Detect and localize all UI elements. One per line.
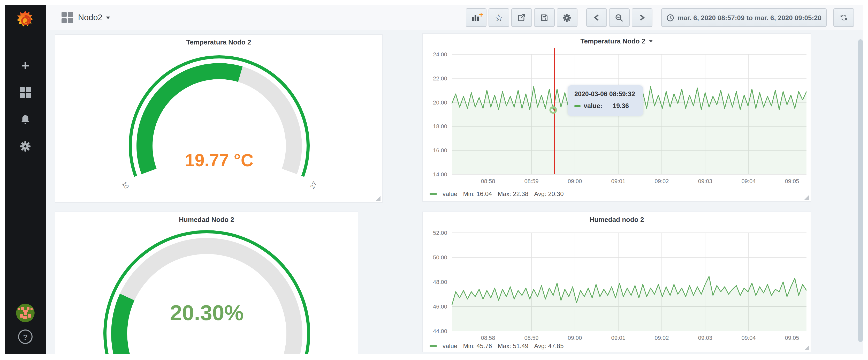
legend-series-name[interactable]: value (442, 190, 457, 198)
time-range-picker[interactable]: mar. 6, 2020 08:57:09 to mar. 6, 2020 09… (661, 8, 827, 27)
plus-badge-icon: + (479, 11, 483, 18)
dashboard-settings-button[interactable] (557, 8, 578, 27)
help-icon[interactable]: ? (18, 329, 33, 344)
create-plus-icon[interactable]: + (19, 59, 32, 72)
panel-menu-caret-icon[interactable] (649, 40, 653, 42)
panel-humedad-graph[interactable]: Humedad nodo 2 44.0046.0048.0050.0052.00… (422, 212, 811, 352)
star-dashboard-button[interactable]: ☆ (489, 8, 509, 27)
chevron-left-icon (593, 14, 600, 21)
svg-text:08:58: 08:58 (481, 178, 495, 184)
svg-text:08:59: 08:59 (524, 335, 538, 341)
panel-title[interactable]: Temperatura Nodo 2 (55, 35, 382, 46)
add-panel-button[interactable]: + (466, 8, 487, 27)
zoom-out-button[interactable] (609, 8, 630, 27)
sidebar: + (5, 5, 46, 354)
svg-text:24.00: 24.00 (433, 51, 447, 58)
dashboard-title: Nodo2 (78, 13, 102, 22)
svg-text:44.00: 44.00 (433, 328, 447, 334)
tooltip-value: 19.36 (613, 102, 629, 110)
svg-text:46.00: 46.00 (433, 303, 447, 310)
grafana-logo-icon[interactable] (14, 9, 37, 32)
main-area: Nodo2 + ☆ (46, 5, 863, 354)
svg-text:08:58: 08:58 (481, 335, 495, 341)
svg-text:09:03: 09:03 (698, 335, 712, 341)
chart-tooltip: 2020-03-06 08:59:32 value: 19.36 (568, 85, 643, 116)
alerting-bell-icon[interactable] (19, 113, 32, 126)
time-forward-button[interactable] (632, 8, 652, 27)
star-icon: ☆ (494, 13, 503, 23)
svg-text:22.00: 22.00 (433, 75, 447, 82)
panel-title[interactable]: Temperatura Nodo 2 (423, 34, 811, 45)
svg-text:08:59: 08:59 (524, 178, 538, 184)
svg-text:09:05: 09:05 (785, 178, 799, 184)
svg-text:09:04: 09:04 (741, 335, 755, 341)
panel-title[interactable]: Humedad Nodo 2 (55, 212, 358, 223)
chevron-right-icon (639, 14, 645, 21)
tooltip-timestamp: 2020-03-06 08:59:32 (575, 91, 635, 98)
legend-min: Min: 45.76 (463, 342, 492, 350)
gauge-value: 19.77 °C (185, 150, 253, 171)
svg-text:09:02: 09:02 (654, 178, 669, 184)
app-frame: + (5, 5, 863, 354)
panel-temperatura-gauge[interactable]: Temperatura Nodo 2 19.77 °C 10 27 (55, 34, 382, 203)
svg-text:50.00: 50.00 (433, 254, 447, 261)
chart-legend: value Min: 16.04 Max: 22.38 Avg: 20.30 (430, 190, 564, 198)
gauge-value: 20.30% (170, 301, 244, 325)
sidebar-menu: + (19, 59, 32, 153)
svg-text:16.00: 16.00 (433, 147, 447, 154)
svg-text:09:00: 09:00 (568, 178, 582, 184)
series-swatch (575, 105, 581, 107)
svg-text:09:04: 09:04 (741, 178, 755, 184)
dashboard-grid-icon (62, 12, 73, 23)
dashboard-nav: Nodo2 (62, 12, 110, 23)
dashboard-canvas: Temperatura Nodo 2 19.77 °C 10 27 Temper… (46, 30, 863, 354)
legend-min: Min: 16.04 (463, 190, 492, 198)
svg-text:09:02: 09:02 (654, 335, 669, 341)
svg-text:09:00: 09:00 (568, 335, 582, 341)
time-back-button[interactable] (586, 8, 607, 27)
panel-title[interactable]: Humedad nodo 2 (423, 212, 811, 223)
svg-text:14.00: 14.00 (433, 171, 447, 178)
zoom-out-icon (615, 13, 624, 22)
clock-icon (666, 14, 674, 22)
time-range-label: mar. 6, 2020 08:57:09 to mar. 6, 2020 09… (678, 14, 822, 22)
dashboards-icon[interactable] (19, 86, 32, 99)
vertical-scrollbar[interactable] (858, 39, 863, 342)
svg-text:09:05: 09:05 (785, 335, 799, 341)
configuration-gear-icon[interactable] (19, 140, 32, 153)
user-avatar[interactable] (16, 304, 35, 322)
legend-avg: Avg: 47.85 (534, 342, 563, 350)
legend-swatch[interactable] (430, 345, 437, 347)
legend-swatch[interactable] (430, 193, 437, 195)
legend-avg: Avg: 20.30 (534, 190, 563, 198)
refresh-button[interactable] (833, 8, 854, 27)
gear-icon (563, 13, 571, 22)
toolbar: + ☆ (466, 8, 854, 27)
share-icon (517, 13, 526, 22)
panel-temperatura-graph[interactable]: Temperatura Nodo 2 14.0016.0018.0020.002… (422, 33, 811, 202)
legend-max: Max: 22.38 (498, 190, 528, 198)
legend-series-name[interactable]: value (442, 342, 457, 350)
svg-text:09:03: 09:03 (698, 178, 712, 184)
save-dashboard-button[interactable] (534, 8, 555, 27)
svg-text:09:01: 09:01 (611, 178, 625, 184)
share-dashboard-button[interactable] (511, 8, 532, 27)
panel-resize-handle[interactable] (804, 346, 809, 350)
sidebar-bottom: ? (16, 304, 35, 344)
svg-text:09:01: 09:01 (611, 335, 625, 341)
legend-max: Max: 51.49 (498, 342, 528, 350)
svg-text:18.00: 18.00 (433, 123, 447, 129)
svg-text:48.00: 48.00 (433, 279, 447, 285)
humidity-chart[interactable]: 44.0046.0048.0050.0052.0008:5808:5909:00… (423, 212, 812, 353)
panel-resize-handle[interactable] (804, 195, 809, 200)
temperature-chart[interactable]: 14.0016.0018.0020.0022.0024.0008:5808:59… (423, 34, 812, 202)
dashboard-title-dropdown[interactable]: Nodo2 (78, 13, 110, 22)
panel-humedad-gauge[interactable]: Humedad Nodo 2 20.30% (55, 212, 358, 354)
refresh-icon (840, 13, 848, 22)
chart-legend: value Min: 45.76 Max: 51.49 Avg: 47.85 (430, 342, 564, 350)
tooltip-series-name: value: (584, 102, 602, 110)
top-navbar: Nodo2 + ☆ (46, 5, 863, 30)
save-icon (540, 13, 549, 22)
chevron-down-icon (106, 16, 110, 19)
panel-resize-handle[interactable] (376, 196, 380, 201)
